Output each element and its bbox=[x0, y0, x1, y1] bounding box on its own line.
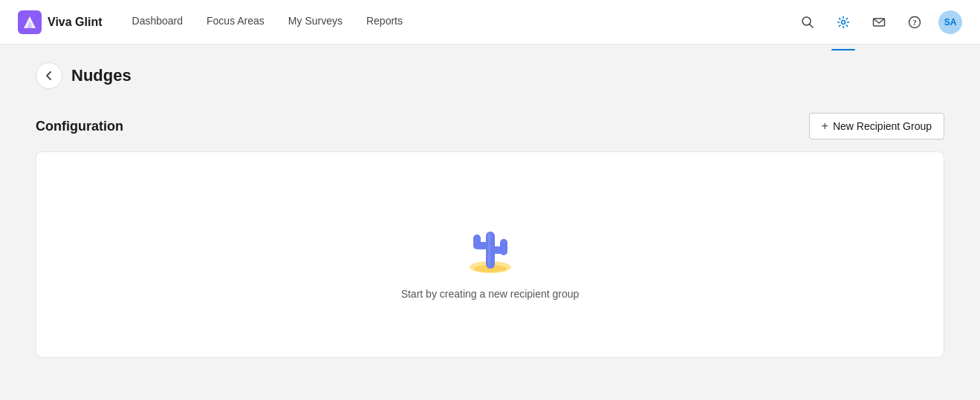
nav-links: Dashboard Focus Areas My Surveys Reports bbox=[132, 15, 796, 30]
search-icon[interactable] bbox=[796, 10, 820, 34]
svg-text:?: ? bbox=[912, 18, 917, 27]
empty-state-card: Start by creating a new recipient group bbox=[36, 151, 944, 358]
section-header: Configuration + New Recipient Group bbox=[36, 113, 944, 140]
empty-illustration bbox=[457, 209, 524, 276]
brand-logo bbox=[18, 10, 42, 34]
svg-rect-16 bbox=[488, 233, 490, 267]
settings-icon[interactable] bbox=[831, 10, 855, 34]
section-title: Configuration bbox=[36, 119, 123, 134]
svg-line-4 bbox=[810, 24, 814, 27]
navbar: Viva Glint Dashboard Focus Areas My Surv… bbox=[0, 0, 980, 45]
new-recipient-group-button[interactable]: + New Recipient Group bbox=[809, 113, 944, 140]
svg-point-5 bbox=[842, 20, 846, 24]
plus-icon: + bbox=[822, 119, 828, 133]
page-title: Nudges bbox=[71, 66, 132, 85]
main-content: Nudges Configuration + New Recipient Gro… bbox=[0, 45, 980, 400]
nav-link-my-surveys[interactable]: My Surveys bbox=[288, 15, 343, 30]
nav-link-dashboard[interactable]: Dashboard bbox=[132, 15, 184, 30]
brand-name: Viva Glint bbox=[48, 16, 103, 29]
brand: Viva Glint bbox=[18, 10, 103, 34]
new-recipient-label: New Recipient Group bbox=[833, 120, 932, 132]
back-button[interactable] bbox=[36, 62, 62, 89]
svg-rect-13 bbox=[473, 235, 481, 249]
svg-rect-15 bbox=[500, 239, 507, 255]
page-header: Nudges bbox=[36, 62, 944, 89]
mail-icon[interactable] bbox=[867, 10, 891, 34]
avatar[interactable]: SA bbox=[938, 10, 962, 34]
nav-link-focus-areas[interactable]: Focus Areas bbox=[207, 15, 265, 30]
empty-state-message: Start by creating a new recipient group bbox=[401, 288, 580, 300]
help-icon[interactable]: ? bbox=[903, 10, 927, 34]
nav-link-reports[interactable]: Reports bbox=[366, 15, 403, 30]
nav-actions: ? SA bbox=[796, 10, 962, 34]
